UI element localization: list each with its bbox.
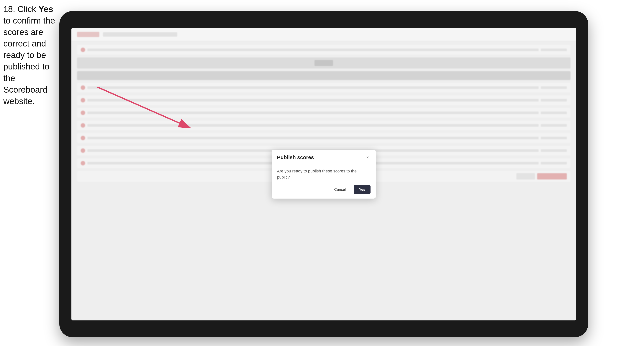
dialog-body: Are you ready to publish these scores to…	[272, 164, 376, 185]
publish-scores-dialog: Publish scores × Are you ready to publis…	[272, 150, 376, 198]
tablet-device: Publish scores × Are you ready to publis…	[59, 11, 588, 337]
dialog-title: Publish scores	[277, 155, 314, 161]
instruction-bold: Yes	[38, 4, 53, 14]
yes-button[interactable]: Yes	[354, 185, 370, 194]
instruction-suffix: to confirm the scores are correct and re…	[3, 16, 55, 106]
dialog-header: Publish scores ×	[272, 150, 376, 164]
modal-overlay: Publish scores × Are you ready to publis…	[72, 28, 576, 321]
step-number: 18.	[3, 4, 15, 14]
tablet-screen: Publish scores × Are you ready to publis…	[72, 28, 576, 321]
cancel-button[interactable]: Cancel	[329, 185, 351, 194]
dialog-footer: Cancel Yes	[272, 185, 376, 198]
instruction-prefix: Click	[18, 4, 38, 14]
dialog-close-button[interactable]: ×	[364, 155, 370, 161]
dialog-message: Are you ready to publish these scores to…	[277, 168, 370, 180]
instruction-text: 18. Click Yes to confirm the scores are …	[3, 3, 57, 107]
